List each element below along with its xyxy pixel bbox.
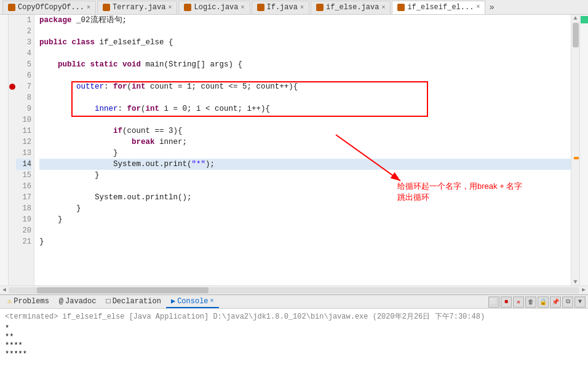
console-output-area: <terminated> if_elseif_else [Java Applic… [0,309,588,361]
scroll-left-btn[interactable]: ◄ [2,287,6,293]
problems-label: Problems [14,297,49,306]
console-tab-bar: ⚠ Problems @ Javadoc □ Declaration ▶ Con… [0,295,588,309]
tab-javadoc[interactable]: @ Javadoc [54,296,101,308]
breakpoint-area [9,15,16,285]
current-line-marker [574,157,579,159]
line-num-21: 21 [16,236,31,247]
console-panel: ⚠ Problems @ Javadoc □ Declaration ▶ Con… [0,294,588,374]
code-editor[interactable]: package _02流程语句; public class if_elseif_… [34,15,571,285]
line-numbers: 1 2 3 4 5 6 7 8 9 10 11 12 13 14 15 16 1… [16,15,34,285]
code-line-8 [39,92,571,103]
tab-console[interactable]: ▶ Console × [166,296,219,308]
scroll-right-btn[interactable]: ► [582,287,586,293]
java-file-icon [257,4,264,11]
line-num-14: 14 [16,159,31,170]
line-num-18: 18 [16,203,31,214]
h-scroll-track[interactable] [9,287,579,293]
tab-if-elseif-else[interactable]: if_elseif_el... × [392,1,485,14]
scroll-thumb[interactable] [573,23,579,47]
right-sidebar-icon[interactable] [581,16,588,23]
breakpoint-marker [9,84,15,90]
remove-launch-btn[interactable]: 🗑 [525,296,536,308]
right-sidebar [579,15,588,285]
more-tabs-btn[interactable]: » [489,2,494,12]
java-file-icon [316,4,324,11]
h-scroll-thumb[interactable] [37,287,208,293]
tab-close-btn[interactable]: × [168,4,172,11]
tab-close-btn[interactable]: × [476,4,480,10]
horizontal-scrollbar[interactable]: ◄ ► [0,285,588,294]
tab-close-btn[interactable]: × [87,4,90,11]
tab-if[interactable]: If.java × [252,1,309,14]
right-scrollbar[interactable]: ▲ ▼ [571,15,579,285]
code-line-15: } [39,170,571,181]
tab-label: If.java [267,3,298,12]
console-label: Console [177,297,208,306]
clear-console-btn[interactable]: ⬜ [488,296,499,308]
tab-label: Terrary.java [113,3,165,12]
annotation-text: 给循环起一个名字，用break + 名字跳出循环 [397,181,522,203]
code-line-11: if(count == 3){ [39,125,571,137]
code-line-6 [39,70,571,81]
line-num-6: 6 [16,70,31,81]
open-console-btn[interactable]: ⧉ [562,296,573,308]
line-num-9: 9 [16,103,31,114]
line-num-11: 11 [16,125,31,137]
line-num-8: 8 [16,92,31,103]
console-icon: ▶ [171,296,175,306]
tab-if-else[interactable]: if_else.java × [311,1,391,14]
java-file-icon [397,4,405,11]
editor-content: package _02流程语句; public class if_elseif_… [34,15,571,247]
tab-label: if_elseif_el... [407,3,474,12]
scroll-lock-btn[interactable]: 🔒 [538,296,549,308]
tab-bar: CopyOfCopyOf... × Terrary.java × Logic.j… [0,0,588,15]
output-line-1: * [5,324,583,333]
code-line-13: } [39,148,571,159]
line-num-2: 2 [16,26,31,37]
tab-label: CopyOfCopyOf... [18,3,84,12]
problems-icon: ⚠ [7,296,12,306]
line-num-16: 16 [16,181,31,192]
left-sidebar [0,15,9,285]
code-line-12: break inner; [39,137,571,148]
output-line-2: ** [5,333,583,341]
tab-declaration[interactable]: □ Declaration [101,296,165,308]
code-line-18: } [39,203,571,214]
line-num-13: 13 [16,148,31,159]
tab-close-btn[interactable]: × [241,4,245,11]
console-toolbar: ⬜ ■ ✕ 🗑 🔒 📌 ⧉ ▼ [488,296,588,308]
tab-label: Logic.java [194,3,238,12]
tab-logic[interactable]: Logic.java × [178,1,250,14]
tab-label: if_else.java [326,3,379,12]
line-num-1: 1 [16,15,31,26]
terminate-btn[interactable]: ✕ [513,296,524,308]
code-line-4 [39,48,571,59]
code-line-14: System.out.print("*"); [39,159,571,170]
tab-terrary[interactable]: Terrary.java × [97,1,177,14]
line-num-10: 10 [16,114,31,125]
console-close-icon[interactable]: × [210,298,214,304]
line-num-5: 5 [16,59,31,70]
line-num-19: 19 [16,214,31,225]
tab-close-btn[interactable]: × [300,4,304,11]
code-line-3: public class if_elseif_else { [39,37,571,48]
scroll-up-btn[interactable]: ▲ [573,15,577,22]
terminated-status: <terminated> if_elseif_else [Java Applic… [5,311,583,322]
line-num-12: 12 [16,137,31,148]
tab-problems[interactable]: ⚠ Problems [2,296,54,308]
line-num-17: 17 [16,192,31,203]
code-line-1: package _02流程语句; [39,15,571,26]
tab-close-btn[interactable]: × [381,4,385,11]
scroll-down-btn[interactable]: ▼ [573,279,577,285]
stop-btn[interactable]: ■ [501,296,512,308]
code-line-5: public static void main(String[] args) { [39,59,571,70]
output-line-4: **** [5,341,583,350]
code-line-19: } [39,214,571,225]
java-file-icon [8,4,15,11]
pin-console-btn[interactable]: 📌 [550,296,561,308]
javadoc-label: Javadoc [65,297,96,306]
tab-copyofcopyof[interactable]: CopyOfCopyOf... × [2,1,96,14]
java-file-icon [103,4,110,11]
view-menu-btn[interactable]: ▼ [574,296,586,308]
java-file-icon [184,4,191,11]
